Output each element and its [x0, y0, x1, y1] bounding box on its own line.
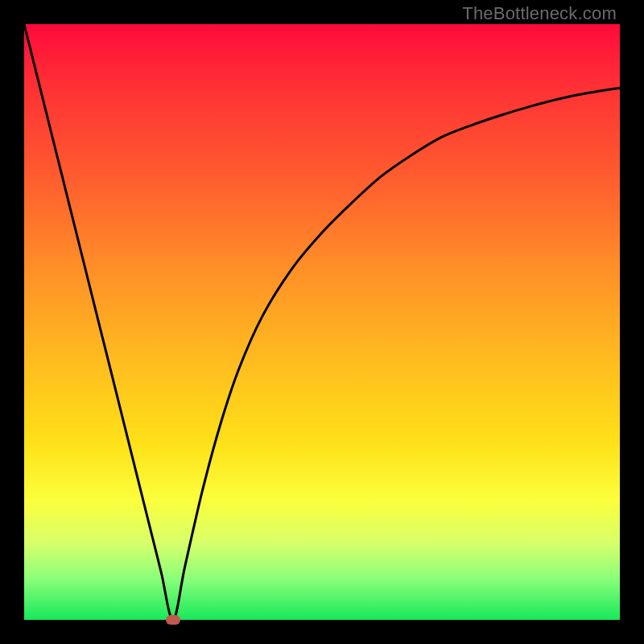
minimum-marker	[166, 615, 180, 625]
bottleneck-curve	[24, 24, 620, 620]
watermark-text: TheBottleneck.com	[462, 3, 617, 24]
chart-frame: TheBottleneck.com	[0, 0, 644, 644]
plot-area	[24, 24, 620, 620]
